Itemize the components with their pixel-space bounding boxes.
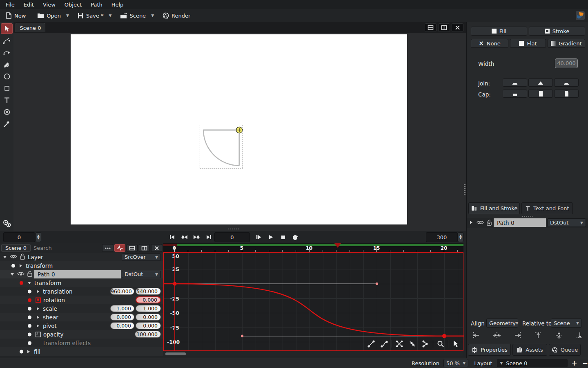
align-top-button[interactable]: [534, 331, 543, 341]
expander-icon[interactable]: [3, 256, 7, 258]
tree-row-layer-transform[interactable]: transform: [0, 261, 163, 270]
translation-x-field[interactable]: 960.000: [110, 288, 134, 295]
color-picker-tool[interactable]: [1, 119, 13, 129]
preset-overshoot-button[interactable]: [420, 339, 431, 349]
graph-editor[interactable]: 50 25 -25 -50 -75 -100: [163, 252, 463, 351]
go-first-frame-button[interactable]: [167, 233, 177, 242]
frame-number-spinner[interactable]: ▲▼: [36, 232, 41, 242]
layer-blend-dropdown[interactable]: SrcOver▼: [122, 254, 161, 261]
rectangle-tool[interactable]: [1, 83, 13, 94]
new-button[interactable]: New: [2, 11, 29, 20]
color-indicator[interactable]: [1, 218, 13, 229]
tree-row-opacity[interactable]: opacity 100.000: [0, 330, 163, 339]
pivot-y-field[interactable]: 0.000: [136, 322, 161, 329]
fill-toggle[interactable]: Fill: [471, 27, 527, 36]
tree-row-transform-effects[interactable]: transform effects: [0, 339, 163, 347]
graph-zoom-button[interactable]: [435, 339, 446, 349]
align-left-button[interactable]: [472, 331, 481, 341]
stroke-width-field[interactable]: 40.000: [555, 58, 578, 68]
tab-queue[interactable]: Queue: [549, 344, 581, 356]
text-tool[interactable]: [1, 95, 13, 105]
layout-dropdown[interactable]: ▼ Scene 0: [497, 359, 567, 367]
graph-editor-toggle[interactable]: [114, 244, 125, 252]
canvas-tab-scene0[interactable]: Scene 0: [16, 23, 45, 32]
scene-button[interactable]: Scene: [117, 11, 149, 20]
dock-layer-name[interactable]: Path 0: [494, 218, 546, 227]
scene-canvas[interactable]: [71, 34, 407, 224]
frame-forward-button[interactable]: [253, 233, 264, 242]
preset-hold-button[interactable]: [394, 339, 405, 349]
preset-linear-button[interactable]: [365, 339, 377, 349]
visibility-eye-icon[interactable]: [17, 271, 24, 278]
last-frame-spinner[interactable]: ▲▼: [458, 232, 463, 242]
keyframe-indicator[interactable]: [28, 332, 31, 336]
stroke-toggle[interactable]: Stroke: [529, 27, 585, 36]
graph-hscrollbar[interactable]: [163, 352, 463, 356]
align-mode-dropdown[interactable]: Geometry▼: [486, 319, 518, 328]
keyframe-indicator[interactable]: [28, 315, 31, 319]
preset-ease-button[interactable]: [379, 339, 390, 349]
dock-splitter-handle[interactable]: [464, 184, 466, 195]
keyframe-curve[interactable]: [164, 253, 464, 350]
split-vertical-button[interactable]: [438, 23, 450, 32]
tree-row-layer[interactable]: Layer SrcOver▼: [0, 253, 163, 261]
cap-butt-button[interactable]: [503, 90, 527, 98]
prev-keyframe-button[interactable]: [179, 233, 189, 242]
align-right-button[interactable]: [513, 331, 522, 341]
tab-text-and-font[interactable]: Text and Font: [521, 202, 573, 214]
opacity-field[interactable]: 100.000: [135, 331, 161, 338]
edit-nodes-tool[interactable]: [1, 36, 13, 46]
next-keyframe-button[interactable]: [191, 233, 202, 242]
tree-row-path0[interactable]: Path 0 DstOut▼: [0, 270, 163, 278]
expander-icon[interactable]: [27, 350, 30, 353]
scale-y-field[interactable]: 1.000: [136, 305, 161, 312]
tree-row-shear[interactable]: shear 0.000 0.000: [0, 313, 163, 321]
expander-icon[interactable]: [37, 290, 39, 293]
visibility-eye-icon[interactable]: [10, 254, 17, 260]
graph-hscroll-thumb[interactable]: [165, 352, 186, 355]
timeline-ruler[interactable]: 0 5 10 15 20: [163, 243, 463, 252]
expander-icon[interactable]: [20, 264, 22, 267]
dock-section-splitter[interactable]: [522, 215, 535, 217]
menu-object[interactable]: Object: [60, 1, 86, 9]
save-button[interactable]: Save *: [74, 11, 107, 20]
draw-bezier-tool[interactable]: [1, 47, 13, 58]
resolution-dropdown[interactable]: 50 % ▼: [443, 359, 468, 367]
scene-dropdown-caret[interactable]: ▼: [150, 12, 155, 19]
join-miter-button[interactable]: [528, 79, 553, 87]
rotation-field[interactable]: 0.000: [136, 296, 161, 303]
menu-file[interactable]: File: [2, 1, 19, 9]
join-round-button[interactable]: [554, 79, 579, 87]
loop-button[interactable]: [290, 233, 301, 242]
save-dropdown-caret[interactable]: ▼: [108, 12, 113, 19]
add-layout-button[interactable]: +: [572, 359, 577, 367]
lock-open-icon[interactable]: [27, 271, 33, 278]
graph-select-button[interactable]: [450, 339, 461, 349]
tree-row-fill[interactable]: fill: [0, 347, 163, 356]
go-last-frame-button[interactable]: [203, 233, 214, 242]
remove-layout-button[interactable]: −: [582, 359, 588, 367]
keyframe-indicator[interactable]: [20, 350, 23, 353]
tree-row-pivot[interactable]: pivot 0.000 0.000: [0, 321, 163, 330]
play-button[interactable]: [265, 233, 276, 242]
tab-assets[interactable]: Assets: [512, 344, 547, 356]
align-hcenter-button[interactable]: [492, 331, 501, 341]
search-input[interactable]: [33, 245, 87, 251]
shear-x-field[interactable]: 0.000: [110, 314, 134, 321]
select-tool[interactable]: [1, 23, 13, 34]
tree-row-rotation[interactable]: rotation 0.000: [0, 296, 163, 304]
last-frame-field[interactable]: [426, 232, 458, 242]
tree-row-translation[interactable]: translation 960.000 540.000: [0, 287, 163, 296]
stop-button[interactable]: [278, 233, 288, 242]
expander-icon[interactable]: [28, 282, 31, 284]
tree-row-path-transform[interactable]: transform: [0, 278, 163, 287]
draw-freehand-tool[interactable]: [1, 59, 13, 70]
keyframe-indicator[interactable]: [28, 307, 31, 310]
style-none-button[interactable]: × None: [471, 39, 508, 48]
style-gradient-button[interactable]: Gradient: [548, 39, 585, 48]
playhead-handle[interactable]: [334, 243, 341, 248]
relative-to-dropdown[interactable]: Scene▼: [551, 319, 582, 328]
shear-y-field[interactable]: 0.000: [136, 314, 161, 321]
layer-expander-icon[interactable]: [470, 221, 472, 224]
keyframe-indicator[interactable]: [28, 341, 31, 345]
